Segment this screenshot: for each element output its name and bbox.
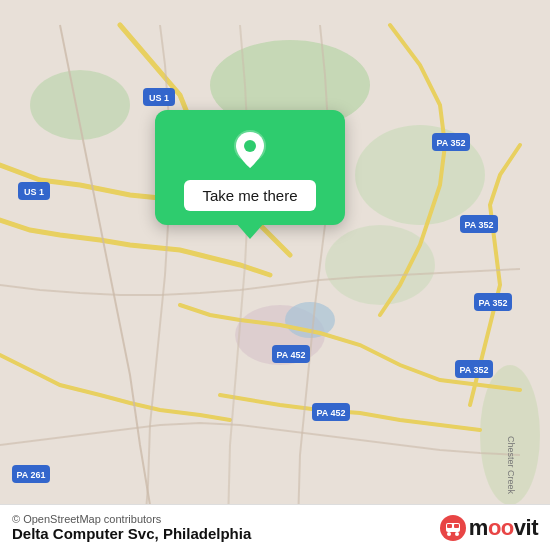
map-svg: US 1 US 1 PA 352 PA 352 PA 352 PA 352 PA… [0,0,550,550]
bottom-left: © OpenStreetMap contributors Delta Compu… [12,513,251,542]
map-container: US 1 US 1 PA 352 PA 352 PA 352 PA 352 PA… [0,0,550,550]
svg-text:PA 352: PA 352 [436,138,465,148]
svg-text:US 1: US 1 [149,93,169,103]
svg-text:PA 452: PA 452 [276,350,305,360]
popup-card[interactable]: Take me there [155,110,345,225]
svg-rect-32 [454,524,459,528]
osm-credit: © OpenStreetMap contributors [12,513,251,525]
take-me-there-button[interactable]: Take me there [184,180,315,211]
svg-text:PA 352: PA 352 [464,220,493,230]
svg-point-28 [244,140,256,152]
svg-text:PA 352: PA 352 [459,365,488,375]
city-text: Philadelphia [163,525,251,542]
svg-point-34 [455,532,459,536]
svg-text:Chester Creek: Chester Creek [506,436,516,495]
svg-point-4 [325,225,435,305]
svg-text:PA 352: PA 352 [478,298,507,308]
svg-point-33 [447,532,451,536]
svg-rect-31 [447,524,452,528]
location-pin-icon [229,128,271,170]
location-name-text: Delta Computer Svc, [12,525,159,542]
svg-text:US 1: US 1 [24,187,44,197]
moovit-bus-icon [439,514,467,542]
moovit-logo: moovit [439,514,538,542]
location-name: Delta Computer Svc, Philadelphia [12,525,251,542]
moovit-text: moovit [469,515,538,541]
svg-text:PA 261: PA 261 [16,470,45,480]
bottom-bar: © OpenStreetMap contributors Delta Compu… [0,504,550,550]
svg-text:PA 452: PA 452 [316,408,345,418]
